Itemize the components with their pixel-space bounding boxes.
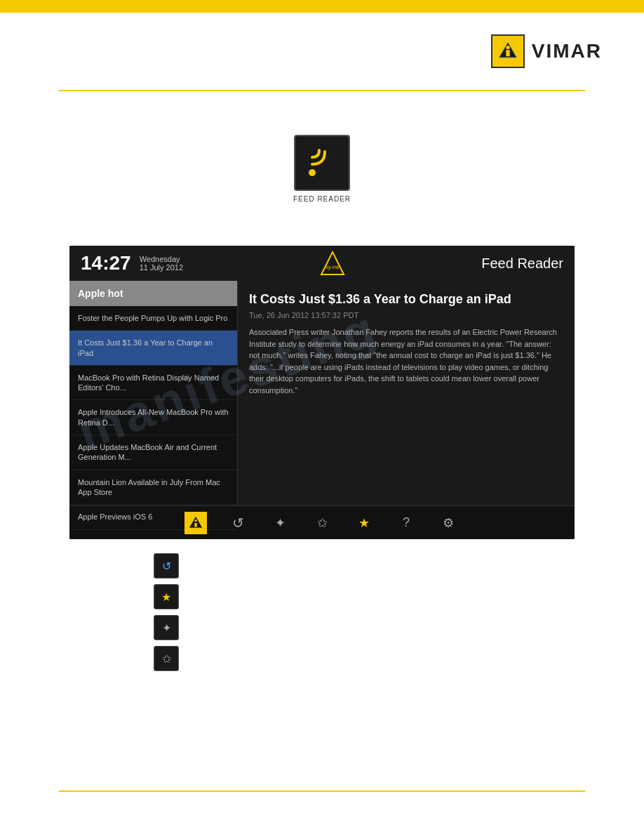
- widget-logo-center: by-me: [183, 251, 481, 276]
- center-area: FEED READER: [0, 91, 644, 246]
- list-item[interactable]: MacBook Pro with Retina Display Named Ed…: [69, 366, 237, 401]
- list-item[interactable]: Apple Updates MacBook Air and Current Ge…: [69, 435, 237, 470]
- bottom-section: [0, 790, 644, 792]
- widget: 14:27 Wednesday 11 July 2012 by-me Feed …: [69, 246, 575, 539]
- svg-point-10: [194, 519, 196, 522]
- list-item[interactable]: Mountain Lion Available in July From Mac…: [69, 470, 237, 505]
- star-filled-icon[interactable]: ★: [353, 512, 375, 534]
- action-star-icon[interactable]: ★: [154, 584, 179, 609]
- list-item[interactable]: Foster the People Pumps Up with Logic Pr…: [69, 306, 237, 331]
- svg-point-5: [309, 169, 316, 176]
- sidebar-item-text: Mountain Lion Available in July From Mac…: [78, 477, 229, 498]
- vimar-logo: VIMAR: [491, 34, 602, 68]
- widget-content: Apple hot Foster the People Pumps Up wit…: [69, 281, 575, 505]
- widget-date: Wednesday 11 July 2012: [140, 255, 183, 272]
- sidebar-item-text: Apple Updates MacBook Air and Current Ge…: [78, 442, 229, 463]
- top-bar: [0, 0, 644, 13]
- svg-text:by-me: by-me: [326, 265, 340, 270]
- widget-title: Feed Reader: [481, 256, 563, 272]
- article-title: It Costs Just $1.36 a Year to Charge an …: [249, 292, 563, 307]
- widget-full-date: 11 July 2012: [140, 263, 183, 272]
- vimar-home-icon[interactable]: [185, 512, 207, 534]
- sidebar-item-text: MacBook Pro with Retina Display Named Ed…: [78, 373, 229, 393]
- bottom-divider: [59, 790, 585, 792]
- sidebar-item-text: Foster the People Pumps Up with Logic Pr…: [78, 313, 229, 323]
- list-item[interactable]: It Costs Just $1.36 a Year to Charge an …: [69, 331, 237, 366]
- refresh-icon[interactable]: ↺: [227, 512, 249, 534]
- action-star-outline-icon[interactable]: ✩: [154, 646, 179, 671]
- sidebar-category: Apple hot: [69, 281, 237, 306]
- star-outline-icon[interactable]: ✩: [311, 512, 333, 534]
- svg-marker-6: [321, 252, 344, 274]
- list-item[interactable]: Apple Introduces All-New MacBook Pro wit…: [69, 400, 237, 435]
- action-refresh-icon[interactable]: ↺: [154, 553, 179, 578]
- feed-reader-icon-box[interactable]: [294, 135, 350, 191]
- top-divider: [59, 90, 585, 91]
- vimar-logo-icon: [491, 34, 525, 68]
- svg-rect-2: [506, 50, 509, 56]
- below-widget-icons: ↺ ★ ✦ ✩: [69, 553, 575, 671]
- widget-time: 14:27: [81, 252, 131, 274]
- byme-logo: by-me: [320, 251, 345, 276]
- svg-rect-9: [194, 523, 196, 527]
- help-icon[interactable]: ?: [395, 512, 417, 534]
- svg-rect-4: [304, 145, 340, 181]
- widget-day: Wednesday: [140, 255, 183, 263]
- vimar-logo-text: VIMAR: [532, 40, 602, 62]
- svg-point-3: [506, 46, 509, 49]
- article-body: Associated Press writer Jonathan Fahey r…: [249, 326, 563, 396]
- list-item[interactable]: Apple Previews iOS 6: [69, 505, 237, 529]
- feed-reader-icon-container[interactable]: FEED READER: [293, 135, 351, 203]
- settings-icon[interactable]: ⚙: [437, 512, 459, 534]
- widget-main: It Costs Just $1.36 a Year to Charge an …: [238, 281, 575, 505]
- action-share-icon[interactable]: ✦: [154, 615, 179, 640]
- sidebar-item-text: Apple Introduces All-New MacBook Pro wit…: [78, 407, 229, 428]
- widget-sidebar: Apple hot Foster the People Pumps Up wit…: [69, 281, 238, 505]
- header: VIMAR: [0, 13, 644, 90]
- sidebar-item-text: It Costs Just $1.36 a Year to Charge an …: [78, 338, 229, 358]
- widget-header: 14:27 Wednesday 11 July 2012 by-me Feed …: [69, 246, 575, 281]
- feed-reader-label: FEED READER: [293, 195, 351, 203]
- share-icon[interactable]: ✦: [269, 512, 291, 534]
- article-date: Tue, 26 Jun 2012 13:57:32 PDT: [249, 311, 563, 319]
